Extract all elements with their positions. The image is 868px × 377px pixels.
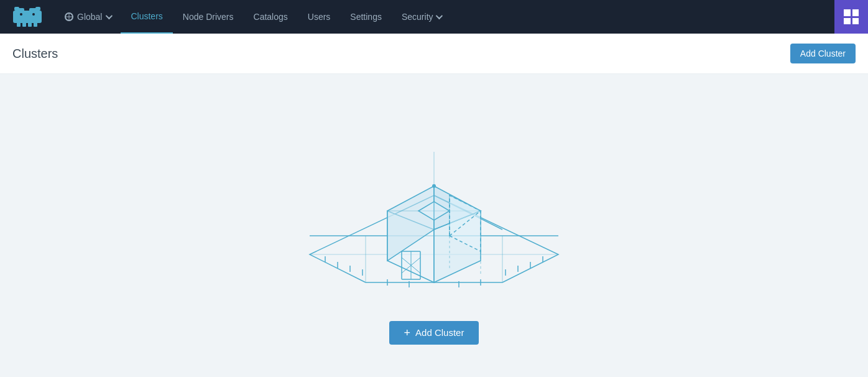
plus-icon: + <box>404 327 411 338</box>
rancher-logo-icon <box>12 6 43 28</box>
globe-icon <box>65 12 73 21</box>
nav-items: Global Clusters Node Drivers Catalogs Us… <box>55 0 834 34</box>
nav-item-catalogs[interactable]: Catalogs <box>244 0 298 34</box>
nav-item-clusters[interactable]: Clusters <box>121 0 172 34</box>
security-chevron-icon <box>435 12 442 19</box>
add-cluster-empty-button[interactable]: + Add Cluster <box>389 321 479 345</box>
brand-logo[interactable] <box>0 0 55 34</box>
app-switcher-icon <box>844 9 859 24</box>
nav-item-settings[interactable]: Settings <box>340 0 392 34</box>
svg-rect-4 <box>35 7 40 11</box>
main-content: + Add Cluster <box>0 74 868 377</box>
empty-add-label: Add Cluster <box>415 327 464 338</box>
svg-rect-3 <box>14 7 19 11</box>
navbar: Global Clusters Node Drivers Catalogs Us… <box>0 0 868 34</box>
svg-point-10 <box>32 13 35 16</box>
nav-item-security[interactable]: Security <box>392 0 451 34</box>
nav-right <box>834 0 868 34</box>
empty-illustration <box>291 114 577 301</box>
nav-global-label: Global <box>77 12 102 22</box>
nav-item-node-drivers[interactable]: Node Drivers <box>173 0 244 34</box>
chevron-down-icon <box>106 12 113 19</box>
page-title: Clusters <box>12 47 58 61</box>
page-header: Clusters Add Cluster <box>0 34 868 74</box>
nav-item-users[interactable]: Users <box>298 0 341 34</box>
svg-rect-5 <box>17 22 21 27</box>
svg-rect-6 <box>22 22 26 27</box>
svg-rect-8 <box>34 22 37 27</box>
svg-rect-7 <box>28 22 32 27</box>
nav-item-global[interactable]: Global <box>55 0 121 34</box>
empty-state: + Add Cluster <box>291 114 577 345</box>
add-cluster-header-button[interactable]: Add Cluster <box>790 44 856 63</box>
svg-point-44 <box>432 184 436 188</box>
svg-point-9 <box>20 13 22 16</box>
app-switcher-button[interactable] <box>834 0 868 34</box>
